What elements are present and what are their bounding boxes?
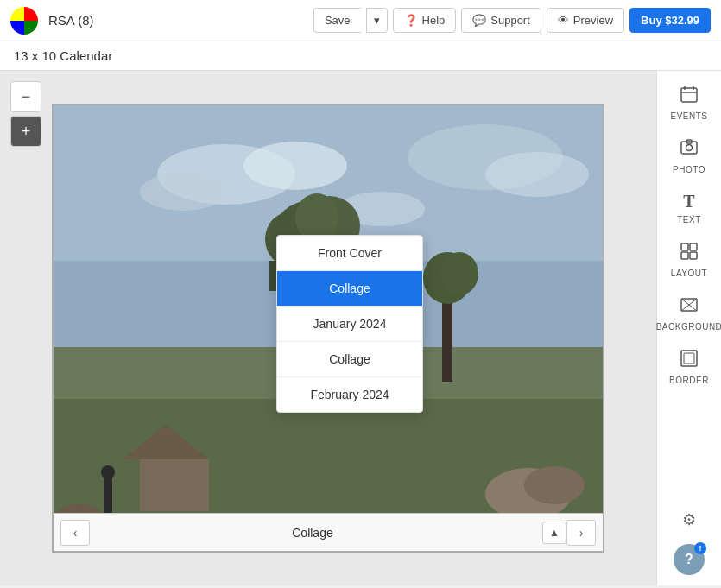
svg-rect-29 — [681, 88, 697, 102]
sidebar-item-events[interactable]: EVENTS — [661, 78, 717, 128]
background-icon — [680, 295, 699, 319]
sidebar-item-layout[interactable]: LAYOUT — [661, 235, 717, 285]
svg-point-6 — [485, 152, 589, 197]
svg-rect-38 — [681, 252, 688, 259]
text-label: TEXT — [677, 215, 701, 224]
buy-button[interactable]: Buy $32.99 — [629, 8, 711, 33]
dropdown-item-collage[interactable]: Collage — [277, 341, 422, 376]
page-dropdown-menu: Front Cover Collage January 2024 Collage… — [276, 235, 423, 413]
prev-page-button[interactable]: ‹ — [60, 520, 90, 546]
calendar-preview: Front Cover Collage January 2024 Collage… — [52, 104, 604, 553]
dropdown-item-february-2024[interactable]: February 2024 — [277, 376, 422, 412]
svg-point-3 — [243, 142, 347, 190]
help-button[interactable]: ❓ Help — [393, 8, 457, 33]
sidebar-item-text[interactable]: T TEXT — [661, 185, 717, 231]
border-label: BORDER — [669, 376, 709, 385]
page-dropdown-arrow-button[interactable]: ▲ — [542, 522, 566, 544]
photo-label: PHOTO — [673, 165, 705, 174]
events-icon — [680, 85, 699, 108]
zoom-in-button[interactable]: + — [10, 116, 41, 147]
preview-button[interactable]: 👁 Preview — [547, 8, 624, 33]
save-dropdown-button[interactable]: ▾ — [366, 8, 388, 33]
app-title: RSA (8) — [48, 13, 303, 28]
save-button[interactable]: Save — [313, 8, 361, 33]
app-logo — [10, 7, 38, 35]
layout-label: LAYOUT — [671, 269, 707, 278]
bottom-navigation-bar: ‹ Collage ▲ › — [54, 513, 603, 551]
svg-point-25 — [101, 465, 115, 479]
svg-rect-39 — [690, 252, 697, 259]
events-label: EVENTS — [670, 111, 707, 121]
dropdown-item-front-cover[interactable]: Front Cover — [277, 236, 422, 270]
dropdown-item-january-2024[interactable]: January 2024 — [277, 306, 422, 341]
svg-rect-44 — [684, 353, 694, 364]
support-button[interactable]: 💬 Support — [461, 8, 541, 33]
help-icon: ❓ — [404, 14, 418, 27]
avatar-notification-badge: ! — [694, 542, 706, 554]
svg-point-34 — [686, 145, 693, 151]
sidebar-item-photo[interactable]: PHOTO — [661, 131, 717, 181]
settings-button[interactable]: ⚙ — [675, 506, 703, 534]
text-icon: T — [683, 192, 694, 212]
svg-rect-37 — [690, 243, 697, 250]
support-icon: 💬 — [472, 14, 486, 27]
background-label: BACKGROUND — [656, 322, 721, 332]
border-icon — [680, 349, 699, 372]
app-header: RSA (8) Save ▾ ❓ Help 💬 Support 👁 Previe… — [0, 0, 721, 41]
photo-icon — [680, 138, 699, 161]
svg-rect-36 — [681, 243, 688, 250]
sidebar-item-border[interactable]: BORDER — [661, 342, 717, 392]
layout-icon — [680, 242, 699, 265]
preview-icon: 👁 — [558, 14, 569, 27]
svg-point-27 — [524, 466, 585, 504]
svg-point-4 — [140, 173, 226, 211]
page-label-container: Collage ▲ — [90, 522, 566, 544]
dropdown-item-collage-selected[interactable]: Collage — [277, 270, 422, 306]
sidebar-item-background[interactable]: BACKGROUND — [661, 288, 717, 338]
current-page-label: Collage — [90, 526, 535, 540]
svg-point-21 — [440, 252, 478, 295]
gear-icon: ⚙ — [682, 511, 696, 528]
sub-header: 13 x 10 Calendar — [0, 41, 721, 71]
svg-rect-22 — [140, 459, 209, 511]
calendar-title: 13 x 10 Calendar — [14, 48, 112, 63]
user-avatar[interactable]: ? ! — [674, 544, 705, 575]
main-layout: − + — [0, 71, 721, 585]
canvas-area: − + — [0, 71, 656, 585]
zoom-controls: − + — [10, 81, 41, 147]
sidebar-bottom: ⚙ ? ! — [674, 506, 705, 575]
next-page-button[interactable]: › — [566, 520, 596, 546]
avatar-question-mark: ? — [685, 552, 693, 567]
header-actions: Save ▾ ❓ Help 💬 Support 👁 Preview Buy $3… — [313, 8, 711, 33]
right-sidebar: EVENTS PHOTO T TEXT LAYOUT BACKGROUND — [656, 71, 721, 585]
zoom-out-button[interactable]: − — [10, 81, 41, 112]
